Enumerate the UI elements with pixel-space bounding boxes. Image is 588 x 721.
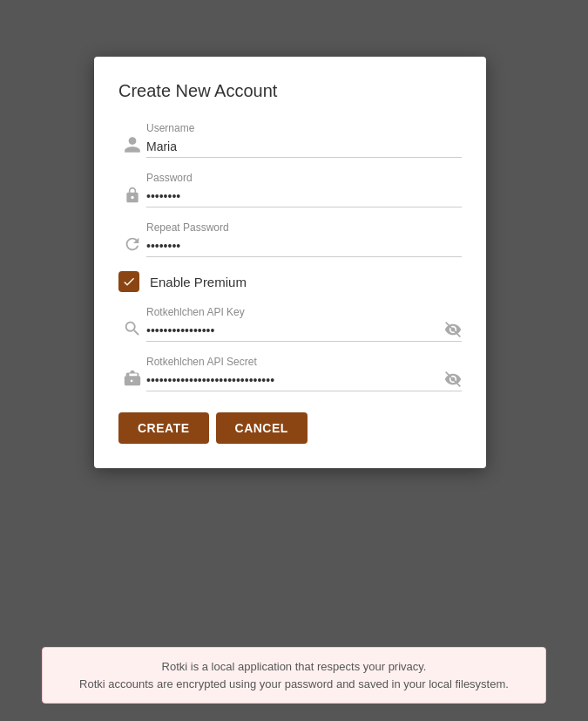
- enable-premium-checkbox[interactable]: [118, 271, 139, 292]
- api-secret-label: Rotkehlchen API Secret: [146, 356, 462, 368]
- enable-premium-label: Enable Premium: [150, 275, 247, 289]
- password-label: Password: [146, 172, 462, 184]
- api-key-input[interactable]: [146, 320, 462, 342]
- footer-line2: Rotki accounts are encrypted using your …: [57, 676, 531, 693]
- repeat-password-label: Repeat Password: [146, 221, 462, 234]
- lock-icon: [118, 187, 146, 204]
- user-icon: [118, 135, 146, 154]
- api-key-label: Rotkehlchen API Key: [146, 306, 462, 318]
- username-field-group: Username: [146, 122, 462, 158]
- footer-banner: Rotki is a local application that respec…: [42, 647, 546, 704]
- username-input[interactable]: [146, 136, 462, 158]
- password-field-row: Password: [118, 172, 462, 207]
- cancel-button[interactable]: CANCEL: [216, 412, 308, 444]
- api-key-icon: [118, 319, 146, 338]
- api-secret-input-wrapper: [146, 370, 462, 391]
- create-account-dialog: Create New Account Username Password: [94, 57, 486, 468]
- username-field-row: Username: [118, 122, 462, 158]
- api-secret-field-group: Rotkehlchen API Secret: [146, 356, 462, 391]
- repeat-password-input[interactable]: [146, 235, 462, 257]
- refresh-icon: [118, 235, 146, 254]
- password-input[interactable]: [146, 186, 462, 207]
- api-secret-field-row: Rotkehlchen API Secret: [118, 356, 462, 391]
- api-secret-icon: [118, 369, 146, 388]
- footer-line1: Rotki is a local application that respec…: [57, 658, 531, 676]
- repeat-password-field-group: Repeat Password: [146, 221, 462, 257]
- password-field-group: Password: [146, 172, 462, 207]
- username-label: Username: [146, 122, 462, 134]
- api-secret-visibility-toggle[interactable]: [444, 371, 462, 388]
- api-key-field-group: Rotkehlchen API Key: [146, 306, 462, 342]
- api-key-visibility-toggle[interactable]: [444, 321, 462, 338]
- api-secret-input[interactable]: [146, 370, 462, 391]
- repeat-password-field-row: Repeat Password: [118, 221, 462, 257]
- button-row: CREATE CANCEL: [118, 412, 462, 444]
- enable-premium-row: Enable Premium: [118, 271, 462, 292]
- api-key-field-row: Rotkehlchen API Key: [118, 306, 462, 342]
- api-key-input-wrapper: [146, 320, 462, 342]
- dialog-title: Create New Account: [118, 81, 462, 101]
- create-button[interactable]: CREATE: [118, 412, 209, 444]
